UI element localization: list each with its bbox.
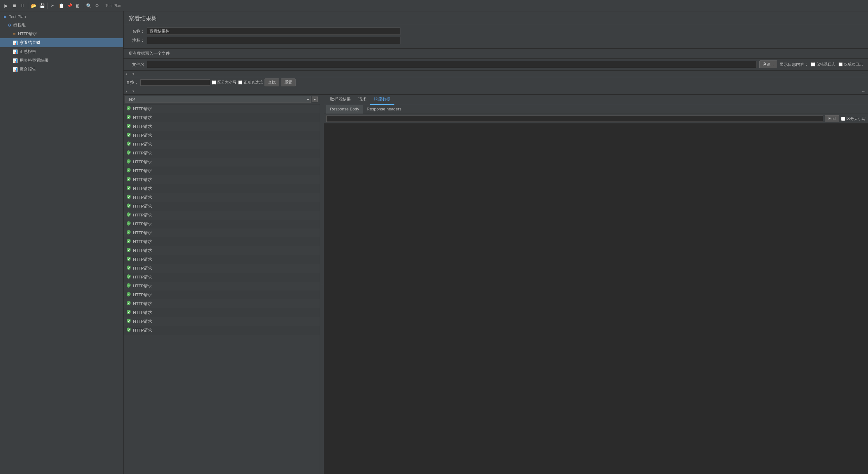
response-find-button[interactable]: Find (825, 115, 839, 122)
http-list-item[interactable]: HTTP请求 (124, 299, 320, 308)
drag-handle-horizontal[interactable]: ⋮ (320, 95, 324, 474)
http-list-item[interactable]: HTTP请求 (124, 308, 320, 317)
http-list-item[interactable]: HTTP请求 (124, 229, 320, 237)
toolbar-icon-stop[interactable]: ⏹ (11, 2, 18, 9)
http-item-name: HTTP请求 (133, 124, 152, 129)
case-sensitive-checkbox[interactable] (212, 80, 216, 84)
http-item-name: HTTP请求 (133, 328, 152, 333)
sub-tab-response-headers[interactable]: Response headers (363, 105, 405, 113)
http-item-name: HTTP请求 (133, 106, 152, 112)
http-item-name: HTTP请求 (133, 221, 152, 227)
http-list-item[interactable]: HTTP请求 (124, 202, 320, 211)
tab-sampler-result[interactable]: 取样器结果 (326, 95, 354, 105)
http-list-item[interactable]: HTTP请求 (124, 237, 320, 246)
http-status-icon (126, 150, 131, 156)
http-status-icon (126, 132, 131, 138)
http-item-name: HTTP请求 (133, 230, 152, 236)
sidebar-item-view-results-tree[interactable]: 📊 察看结果树 (0, 38, 123, 47)
http-list-item[interactable]: HTTP请求 (124, 122, 320, 131)
filename-input[interactable] (147, 61, 757, 68)
comment-input[interactable] (147, 37, 400, 44)
http-list-item[interactable]: HTTP请求 (124, 255, 320, 264)
tab-response-data[interactable]: 响应数据 (370, 95, 394, 105)
http-list-item[interactable]: HTTP请求 (124, 282, 320, 291)
toolbar-icon-open[interactable]: 📂 (30, 2, 37, 9)
name-input[interactable] (147, 28, 400, 35)
response-case-sensitive-label[interactable]: 区分大小写 (841, 116, 865, 122)
http-list-item[interactable]: HTTP请求 (124, 140, 320, 149)
toolbar-separator-3 (83, 3, 83, 9)
http-list-item[interactable]: HTTP请求 (124, 113, 320, 122)
response-search-input[interactable] (326, 115, 823, 122)
success-log-label[interactable]: 仅成功日志 (839, 62, 863, 67)
app-title: Test Plan (105, 3, 121, 8)
toolbar-icon-save[interactable]: 💾 (38, 2, 45, 9)
error-log-label[interactable]: 仅错误日志 (811, 62, 835, 67)
toolbar-icon-cut[interactable]: ✂ (50, 2, 56, 9)
http-list-item[interactable]: HTTP请求 (124, 131, 320, 140)
toolbar-icon-copy[interactable]: 📋 (58, 2, 65, 9)
toolbar-icon-delete[interactable]: 🗑 (74, 2, 81, 9)
regex-label[interactable]: 正则表达式 (238, 80, 262, 85)
toolbar-icon-settings[interactable]: ⚙ (93, 2, 100, 9)
selector-arrow-down[interactable]: ▼ (312, 97, 318, 102)
toolbar-icon-search[interactable]: 🔍 (85, 2, 92, 9)
http-item-name: HTTP请求 (133, 257, 152, 262)
divider-arrow-down-2[interactable]: ▼ (130, 89, 136, 94)
divider-dots-2[interactable]: ··· (862, 89, 868, 94)
browse-button[interactable]: 浏览... (760, 61, 777, 68)
http-item-name: HTTP请求 (133, 283, 152, 289)
http-list-item[interactable]: HTTP请求 (124, 158, 320, 166)
http-list-item[interactable]: HTTP请求 (124, 317, 320, 326)
sidebar-item-aggregate-report[interactable]: 📊 汇总报告 (0, 47, 123, 56)
http-item-name: HTTP请求 (133, 115, 152, 121)
http-list-item[interactable]: HTTP请求 (124, 175, 320, 184)
reset-button[interactable]: 重置 (281, 78, 296, 87)
toolbar-icon-run[interactable]: ▶ (3, 2, 9, 9)
sidebar-item-summary-report[interactable]: 📊 聚合报告 (0, 65, 123, 74)
sidebar-item-http-request[interactable]: ✏ HTTP请求 (0, 29, 123, 38)
sidebar-item-label-test-plan: Test Plan (9, 14, 26, 19)
error-log-checkbox[interactable] (811, 62, 815, 66)
tab-request[interactable]: 请求 (354, 95, 370, 105)
http-list-item[interactable]: HTTP请求 (124, 211, 320, 219)
http-list-item[interactable]: HTTP请求 (124, 291, 320, 299)
name-row: 名称： (129, 28, 863, 35)
success-log-checkbox[interactable] (839, 62, 843, 66)
sidebar-item-thread-group[interactable]: ⚙ 线程组 (0, 21, 123, 29)
http-list-item[interactable]: HTTP请求 (124, 193, 320, 202)
sidebar-item-table-results[interactable]: 📊 用表格察看结果 (0, 56, 123, 65)
toolbar-icon-paste[interactable]: 📌 (66, 2, 73, 9)
search-input[interactable] (140, 79, 210, 86)
divider-arrow-up-2[interactable]: ▲ (124, 89, 129, 94)
http-list-item[interactable]: HTTP请求 (124, 184, 320, 193)
divider-dots-1[interactable]: ··· (862, 71, 868, 76)
find-button[interactable]: 查找 (265, 78, 279, 87)
http-status-icon (126, 141, 131, 147)
http-list-item[interactable]: HTTP请求 (124, 219, 320, 229)
sidebar-item-label-summary-report: 聚合报告 (20, 66, 36, 72)
toolbar-icon-pause[interactable]: ⏸ (19, 2, 26, 9)
http-list-item[interactable]: HTTP请求 (124, 326, 320, 335)
divider-row-1: ▲ ▼ ··· (124, 71, 868, 77)
divider-arrow-up-1[interactable]: ▲ (124, 71, 129, 76)
http-list-item[interactable]: HTTP请求 (124, 104, 320, 113)
http-list-item[interactable]: HTTP请求 (124, 246, 320, 255)
http-item-name: HTTP请求 (133, 159, 152, 165)
divider-arrow-down-1[interactable]: ▼ (130, 71, 136, 76)
http-list-item[interactable]: HTTP请求 (124, 166, 320, 175)
http-list-item[interactable]: HTTP请求 (124, 149, 320, 158)
http-list-item[interactable]: HTTP请求 (124, 273, 320, 282)
case-sensitive-label[interactable]: 区分大小写 (212, 80, 236, 85)
sub-tabs-row: Response Body Response headers (324, 105, 868, 114)
http-item-name: HTTP请求 (133, 248, 152, 253)
http-item-name: HTTP请求 (133, 177, 152, 182)
response-case-sensitive-checkbox[interactable] (841, 117, 845, 121)
sidebar-item-test-plan[interactable]: ▶ Test Plan (0, 13, 123, 21)
regex-checkbox[interactable] (238, 80, 242, 84)
http-status-icon (126, 239, 131, 245)
type-select[interactable]: Text RegExp Tester CSS/JQuery Tester XPa… (125, 96, 311, 103)
http-list-item[interactable]: HTTP请求 (124, 264, 320, 273)
split-panel: Text RegExp Tester CSS/JQuery Tester XPa… (124, 95, 868, 474)
sub-tab-response-body[interactable]: Response Body (326, 105, 363, 113)
